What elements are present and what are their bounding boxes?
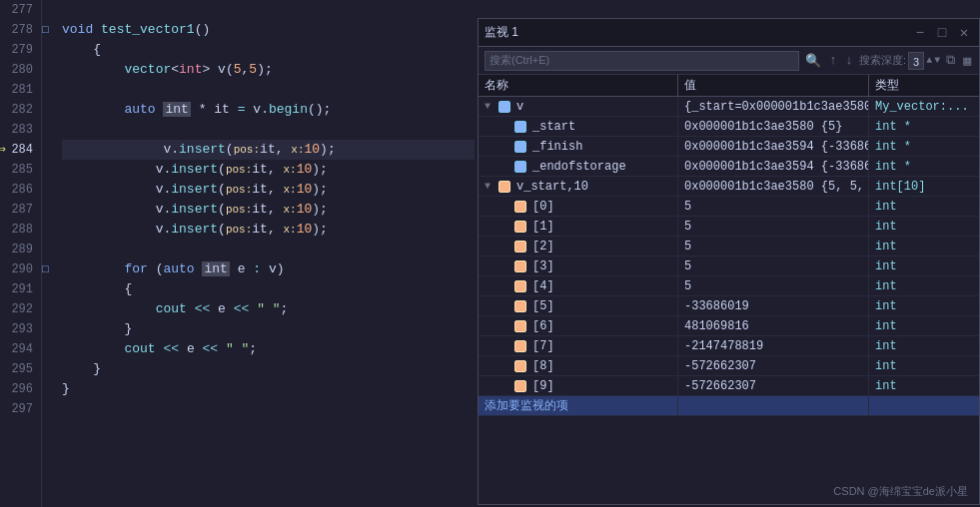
watch-var-icon <box>514 141 526 153</box>
watch-table[interactable]: 名称 值 类型 ▼v{_start=0x000001b1c3ae3580 {5}… <box>479 75 979 504</box>
line-number-287: 287 <box>0 200 33 220</box>
up-arrow-icon[interactable]: ↑ <box>827 51 839 70</box>
code-line-279: { <box>62 40 475 60</box>
watch-titlebar: 监视 1 − □ ✕ <box>479 19 979 47</box>
watch-type-cell: int <box>869 336 979 355</box>
code-line-284: ⇒ v.insert(pos:it, x:10); <box>62 140 475 160</box>
watch-row[interactable]: _finish0x000001b1c3ae3594 {-33686019}int… <box>479 137 979 157</box>
line-number-285: 285 <box>0 160 33 180</box>
gutter-marker-278: □ <box>42 20 49 40</box>
watch-row[interactable]: [2]5int <box>479 237 979 256</box>
watch-value-cell: 481069816 <box>678 316 869 335</box>
watch-var-name: [3] <box>532 259 554 273</box>
line-number-288: 288 <box>0 220 33 240</box>
line-number-291: 291 <box>0 279 33 299</box>
depth-down-icon[interactable]: ▼ <box>934 55 940 66</box>
watch-row[interactable]: [8]-572662307int <box>479 356 979 376</box>
line-number-278: 278 <box>0 20 33 40</box>
line-number-289: 289 <box>0 240 33 259</box>
search-label: 搜索(Ctrl+E) <box>490 53 549 68</box>
watch-row[interactable]: [4]5int <box>479 276 979 296</box>
code-line-278: void test_vector1() <box>62 20 475 40</box>
watch-var-name: v <box>516 100 523 114</box>
copy-icon[interactable]: ⧉ <box>944 51 957 70</box>
watch-var-icon <box>498 101 510 113</box>
watch-type-cell: int <box>869 276 979 295</box>
depth-control: 搜索深度: 3 ▲ ▼ <box>859 52 940 70</box>
watch-row[interactable]: [9]-572662307int <box>479 376 979 396</box>
watch-row[interactable]: [7]-2147478819int <box>479 336 979 356</box>
restore-button[interactable]: □ <box>933 24 951 42</box>
watch-var-icon <box>514 340 526 352</box>
watch-var-icon <box>514 221 526 233</box>
code-line-285: v.insert(pos:it, x:10); <box>62 160 475 180</box>
depth-up-icon[interactable]: ▲ <box>926 55 932 66</box>
search-icon[interactable]: 🔍 <box>803 51 823 71</box>
watch-type-cell <box>869 396 979 415</box>
code-line-289 <box>62 240 475 259</box>
columns-icon[interactable]: ▦ <box>961 51 973 71</box>
line-number-292: 292 <box>0 299 33 319</box>
watch-name-cell: ▼v <box>479 97 678 116</box>
add-watch-label[interactable]: 添加要监视的项 <box>485 397 568 414</box>
watch-type-cell: int <box>869 237 979 255</box>
watch-row[interactable]: [6]481069816int <box>479 316 979 336</box>
watch-row[interactable]: [1]5int <box>479 217 979 237</box>
watch-row[interactable]: ▼v_start,100x000001b1c3ae3580 {5, 5, 5, … <box>479 177 979 197</box>
watch-type-cell: int <box>869 197 979 216</box>
watch-value-cell: 5 <box>678 276 869 295</box>
header-type: 类型 <box>869 75 979 96</box>
watch-row[interactable]: _start0x000001b1c3ae3580 {5}int * <box>479 117 979 137</box>
watch-type-cell: int <box>869 256 979 275</box>
watch-var-icon <box>514 161 526 173</box>
close-button[interactable]: ✕ <box>955 24 973 42</box>
collapse-icon[interactable]: ▼ <box>485 181 496 192</box>
watch-name-cell: _endofstorage <box>479 157 678 176</box>
watch-name-cell: [1] <box>479 217 678 236</box>
header-name: 名称 <box>479 75 678 96</box>
watch-type-cell: int <box>869 356 979 375</box>
line-number-295: 295 <box>0 359 33 379</box>
watch-var-name: [0] <box>532 200 554 214</box>
watch-var-name: [1] <box>532 220 554 234</box>
line-number-297: 297 <box>0 399 33 419</box>
watch-row[interactable]: _endofstorage0x000001b1c3ae3594 {-336860… <box>479 157 979 177</box>
watch-value-cell: -572662307 <box>678 376 869 395</box>
watch-row[interactable]: [5]-33686019int <box>479 296 979 316</box>
line-number-296: 296 <box>0 379 33 399</box>
minimize-button[interactable]: − <box>911 24 929 42</box>
watch-var-name: _endofstorage <box>532 160 626 174</box>
watch-var-icon <box>514 241 526 253</box>
watch-name-cell: _finish <box>479 137 678 156</box>
watch-value-cell: 5 <box>678 197 869 216</box>
watch-name-cell: ▼v_start,10 <box>479 177 678 196</box>
code-line-293: } <box>62 319 475 339</box>
watch-row[interactable]: 添加要监视的项 <box>479 396 979 416</box>
watch-var-icon <box>514 280 526 292</box>
watch-name-cell: [2] <box>479 237 678 255</box>
code-line-291: { <box>62 279 475 299</box>
search-box[interactable]: 搜索(Ctrl+E) <box>485 51 799 71</box>
line-number-279: 279 <box>0 40 33 60</box>
code-line-297 <box>62 399 475 419</box>
watch-title: 监视 1 <box>485 24 518 41</box>
watch-name-cell: [9] <box>479 376 678 395</box>
watch-var-name: [5] <box>532 299 554 313</box>
code-line-288: v.insert(pos:it, x:10); <box>62 220 475 240</box>
line-number-294: 294 <box>0 339 33 359</box>
watch-row[interactable]: ▼v{_start=0x000001b1c3ae3580 {5} _finish… <box>479 97 979 117</box>
code-line-290: for (auto int e : v) <box>62 259 475 279</box>
collapse-icon[interactable]: ▼ <box>485 101 496 112</box>
watch-name-cell: [5] <box>479 296 678 315</box>
watch-name-cell: _start <box>479 117 678 136</box>
line-number-281: 281 <box>0 80 33 100</box>
down-arrow-icon[interactable]: ↓ <box>843 51 855 70</box>
watch-type-cell: int * <box>869 117 979 136</box>
watch-type-cell: int[10] <box>869 177 979 196</box>
watch-row[interactable]: [3]5int <box>479 256 979 276</box>
line-number-277: 277 <box>0 0 33 20</box>
watch-row[interactable]: [0]5int <box>479 197 979 217</box>
watch-value-cell: 5 <box>678 237 869 255</box>
watch-value-cell: -33686019 <box>678 296 869 315</box>
depth-value: 3 <box>908 52 924 70</box>
